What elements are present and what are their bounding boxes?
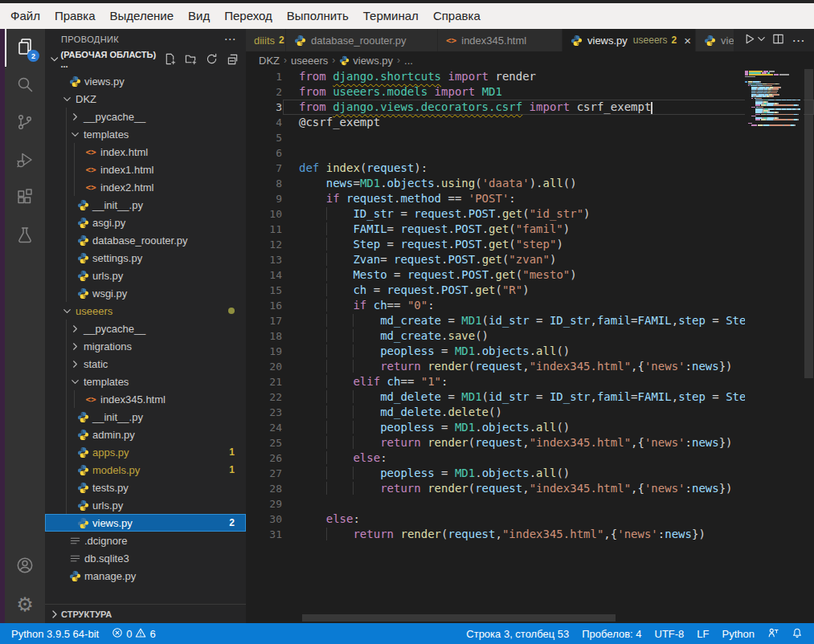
status-indentation[interactable]: Пробелов: 4 — [575, 623, 648, 644]
tree-folder-templates[interactable]: templates — [45, 125, 246, 143]
outline-section-header[interactable]: СТРУКТУРА — [45, 604, 246, 623]
tree-file-__init__.py[interactable]: __init__.py — [45, 196, 246, 214]
code-line-23[interactable]: 23 md_delete.delete() — [246, 405, 814, 420]
status-cursor-position[interactable]: Строка 3, столбец 53 — [460, 623, 575, 644]
tree-folder-__pycache__[interactable]: __pycache__ — [45, 320, 246, 337]
tree-file-index.html[interactable]: <>index.html — [45, 143, 246, 161]
code-line-3[interactable]: 3from django.views.decorators.csrf impor… — [246, 100, 814, 115]
tree-file-urls.py[interactable]: urls.py — [45, 267, 246, 284]
tab-index345.html[interactable]: <>index345.html — [438, 29, 562, 51]
tree-file-models.py[interactable]: models.py1 — [45, 461, 246, 479]
menu-item-1[interactable]: Правка — [47, 3, 103, 29]
status-python-interpreter[interactable]: Python 3.9.5 64-bit — [5, 623, 105, 644]
code-line-4[interactable]: 4@csrf_exempt — [246, 115, 814, 130]
code-line-2[interactable]: 2from useeers.models import MD1 — [246, 84, 814, 100]
status-feedback[interactable] — [761, 623, 785, 644]
more-actions-button[interactable]: ⋯ — [790, 31, 808, 49]
status-notifications[interactable] — [785, 623, 809, 644]
breadcrumb-item-DKZ[interactable]: DKZ — [259, 55, 280, 67]
code-line-24[interactable]: 24 peopless = MD1.objects.all() — [246, 420, 814, 435]
tree-file-index1.html[interactable]: <>index1.html — [45, 161, 246, 178]
code-line-28[interactable]: 28 return render(request,"index345.html"… — [246, 481, 814, 496]
tree-file-asgi.py[interactable]: asgi.py — [45, 214, 246, 231]
code-line-5[interactable]: 5 — [246, 130, 814, 145]
activity-testing[interactable] — [5, 218, 45, 255]
vertical-scrollbar[interactable] — [804, 69, 814, 623]
vertical-scrollbar-thumb[interactable] — [804, 69, 813, 378]
tree-file-urls.py[interactable]: urls.py — [45, 496, 246, 514]
menu-item-6[interactable]: Терминал — [356, 3, 426, 29]
tree-file-tests.py[interactable]: tests.py — [45, 479, 246, 496]
refresh-button[interactable] — [204, 52, 219, 67]
status-encoding[interactable]: UTF-8 — [648, 623, 691, 644]
breadcrumb-item-views.py[interactable]: views.py — [339, 55, 393, 67]
menu-item-4[interactable]: Переход — [217, 3, 280, 29]
horizontal-scrollbar-thumb[interactable] — [302, 614, 616, 622]
code-line-21[interactable]: 21 elif ch== "1": — [246, 374, 814, 389]
code-line-6[interactable]: 6 — [246, 145, 814, 161]
tree-folder-__pycache__[interactable]: __pycache__ — [45, 108, 246, 125]
sidebar-more-actions-icon[interactable]: ⋯ — [224, 32, 236, 47]
tree-folder-static[interactable]: static — [45, 355, 246, 373]
tree-file-__init__.py[interactable]: __init__.py — [45, 408, 246, 426]
new-file-button[interactable] — [162, 52, 177, 67]
close-icon[interactable]: × — [684, 35, 691, 47]
status-language-mode[interactable]: Python — [716, 623, 761, 644]
menu-item-2[interactable]: Выделение — [103, 3, 181, 29]
tree-folder-templates[interactable]: templates — [45, 373, 246, 390]
code-line-7[interactable]: 7def index(request): — [246, 161, 814, 176]
code-line-1[interactable]: 1from django.shortcuts import render — [246, 69, 814, 84]
tree-file-apps.py[interactable]: apps.py1 — [45, 443, 246, 461]
tree-file-.dcignore[interactable]: .dcignore — [45, 532, 246, 549]
tree-file-admin.py[interactable]: admin.py — [45, 426, 246, 443]
code-line-27[interactable]: 27 peopless = MD1.objects.all() — [246, 466, 814, 481]
tree-file-manage.py[interactable]: manage.py — [45, 567, 246, 585]
activity-extensions[interactable] — [5, 180, 45, 218]
code-line-25[interactable]: 25 return render(request,"index345.html"… — [246, 435, 814, 450]
activity-search[interactable] — [5, 67, 45, 104]
workspace-section-header[interactable]: (РАБОЧАЯ ОБЛАСТЬ) ... — [45, 50, 246, 69]
code-line-10[interactable]: 10 ID_str = request.POST.get("id_str") — [246, 206, 814, 222]
activity-settings[interactable]: ⚙ — [5, 585, 45, 623]
tree-folder-useeers[interactable]: useeers — [45, 302, 246, 320]
tree-file-database_roouter.py[interactable]: database_roouter.py — [45, 231, 246, 249]
menu-item-0[interactable]: Файл — [3, 3, 47, 29]
status-problems[interactable]: 06 — [105, 623, 162, 644]
code-line-31[interactable]: 31 return render(request,"index345.html"… — [246, 527, 814, 542]
code-line-14[interactable]: 14 Mesto = request.POST.get("mesto") — [246, 267, 814, 283]
code-line-26[interactable]: 26 else: — [246, 450, 814, 466]
code-line-22[interactable]: 22 md_delete = MD1(id_str = ID_str,famil… — [246, 389, 814, 405]
code-line-9[interactable]: 9 if request.method == 'POST': — [246, 191, 814, 206]
tree-file-index2.html[interactable]: <>index2.html — [45, 178, 246, 196]
tree-file-views.py[interactable]: views.py2 — [45, 514, 246, 532]
minimap[interactable] — [745, 69, 804, 623]
code-line-18[interactable]: 18 md_create.save() — [246, 328, 814, 344]
breadcrumb-item-...[interactable]: ... — [404, 55, 413, 67]
code-line-29[interactable]: 29 — [246, 496, 814, 512]
menu-item-5[interactable]: Выполнить — [280, 3, 356, 29]
tree-file-index345.html[interactable]: <>index345.html — [45, 390, 246, 408]
tree-file-settings.py[interactable]: settings.py — [45, 249, 246, 267]
new-folder-button[interactable] — [183, 52, 198, 67]
status-eol[interactable]: LF — [690, 623, 715, 644]
breadcrumb-item-useeers[interactable]: useeers — [291, 55, 328, 67]
tree-folder-DKZ[interactable]: DKZ — [45, 90, 246, 108]
code-line-12[interactable]: 12 Step = request.POST.get("step") — [246, 237, 814, 252]
code-line-11[interactable]: 11 FAMIL= request.POST.get("famil") — [246, 222, 814, 237]
tree-file-db.sqlite3[interactable]: db.sqlite3 — [45, 549, 246, 567]
tab-vie[interactable]: vie — [696, 29, 734, 51]
code-line-30[interactable]: 30 else: — [246, 512, 814, 527]
activity-run-and-debug[interactable] — [5, 142, 45, 180]
tree-folder-migrations[interactable]: migrations — [45, 337, 246, 355]
tab-views.py[interactable]: views.pyuseeers2× — [562, 29, 696, 51]
code-line-8[interactable]: 8 news=MD1.objects.using('daata').all() — [246, 176, 814, 191]
tree-file-wsgi.py[interactable]: wsgi.py — [45, 284, 246, 302]
editor-code-area[interactable]: 1from django.shortcuts import render2fro… — [246, 69, 814, 623]
code-line-19[interactable]: 19 peopless = MD1.objects.all() — [246, 344, 814, 359]
collapse-all-button[interactable] — [225, 52, 239, 67]
code-line-17[interactable]: 17 md_create = MD1(id_str = ID_str,famil… — [246, 313, 814, 328]
code-line-20[interactable]: 20 return render(request,"index345.html"… — [246, 359, 814, 374]
code-line-13[interactable]: 13 Zvan= request.POST.get("zvan") — [246, 252, 814, 267]
activity-source-control[interactable] — [5, 104, 45, 142]
tree-file-views.py[interactable]: views.py — [45, 72, 246, 90]
